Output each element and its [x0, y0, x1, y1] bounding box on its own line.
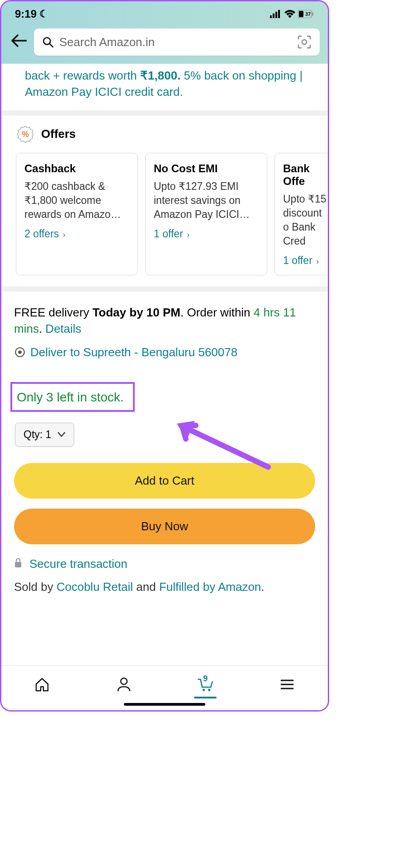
- chevron-right-icon: ›: [63, 230, 66, 239]
- status-time-group: 9:19 ☾: [15, 8, 48, 20]
- svg-point-13: [18, 350, 22, 354]
- delivery-by: Today by 10 PM: [92, 306, 180, 319]
- delivery-details-link[interactable]: Details: [45, 322, 81, 335]
- deliver-to-row[interactable]: Deliver to Supreeth - Bengaluru 560078: [14, 345, 315, 359]
- chevron-right-icon: ›: [187, 230, 189, 239]
- header: Search Amazon.in: [1, 24, 328, 64]
- add-to-cart-button[interactable]: Add to Cart: [14, 463, 315, 499]
- nav-cart[interactable]: 9: [197, 676, 214, 695]
- delivery-section: FREE delivery Today by 10 PM. Order with…: [1, 292, 328, 368]
- delivery-text: FREE delivery Today by 10 PM. Order with…: [14, 304, 315, 337]
- search-placeholder: Search Amazon.in: [59, 35, 292, 49]
- svg-point-18: [208, 689, 210, 691]
- buy-now-button[interactable]: Buy Now: [14, 509, 315, 544]
- deliver-to-text: Deliver to Supreeth - Bengaluru 560078: [30, 345, 237, 359]
- offer-card-link[interactable]: 1 offer ›: [154, 228, 259, 240]
- status-indicators: 37: [270, 10, 314, 18]
- profile-icon: [115, 676, 132, 693]
- chevron-right-icon: ›: [316, 257, 319, 266]
- cart-count: 9: [203, 674, 208, 684]
- home-indicator[interactable]: [124, 703, 205, 706]
- offer-card-title: No Cost EMI: [154, 162, 259, 175]
- offers-badge-icon: %: [16, 125, 35, 144]
- lock-icon: [14, 558, 22, 570]
- quantity-selector[interactable]: Qty: 1: [15, 423, 74, 447]
- offer-card-title: Cashback: [24, 162, 129, 175]
- svg-point-10: [302, 40, 307, 44]
- signal-icon: [270, 10, 282, 18]
- promo-amount: ₹1,800.: [140, 69, 180, 82]
- qty-label: Qty: 1: [24, 429, 51, 441]
- nav-profile[interactable]: [115, 676, 132, 695]
- nav-home[interactable]: [33, 676, 51, 695]
- offer-card-link[interactable]: 2 offers ›: [24, 228, 129, 240]
- svg-rect-0: [270, 15, 272, 18]
- seller-link[interactable]: Cocoblu Retail: [57, 580, 133, 594]
- offer-card-link[interactable]: 1 offer ›: [283, 255, 328, 267]
- offer-card-desc: Upto ₹127.93 EMI interest savings on Ama…: [154, 179, 259, 222]
- svg-text:37: 37: [305, 11, 311, 17]
- offer-card-desc: ₹200 cashback & ₹1,800 welcome rewards o…: [24, 179, 129, 222]
- svg-text:%: %: [22, 130, 29, 139]
- svg-rect-5: [299, 11, 303, 17]
- wifi-icon: [284, 10, 295, 18]
- status-bar: 9:19 ☾ 37: [1, 1, 328, 24]
- svg-marker-14: [177, 421, 195, 440]
- action-buttons: Add to Cart Buy Now: [1, 447, 328, 554]
- offer-card-emi[interactable]: No Cost EMI Upto ₹127.93 EMI interest sa…: [145, 153, 267, 275]
- battery-icon: 37: [298, 10, 314, 18]
- promo-banner[interactable]: back + rewards worth ₹1,800. 5% back on …: [1, 64, 328, 110]
- svg-point-16: [121, 678, 127, 684]
- stock-status: Only 3 left in stock.: [10, 382, 135, 412]
- back-button[interactable]: [9, 32, 28, 52]
- promo-prefix: back + rewards worth: [25, 69, 140, 82]
- offers-title: Offers: [41, 127, 76, 141]
- svg-point-17: [203, 689, 205, 691]
- offers-section: % Offers Cashback ₹200 cashback & ₹1,800…: [1, 116, 328, 286]
- offer-card-title: Bank Offe: [283, 162, 328, 188]
- svg-rect-3: [278, 10, 280, 18]
- hamburger-icon: [279, 676, 296, 693]
- search-icon: [42, 36, 54, 48]
- location-icon: [14, 346, 26, 358]
- nav-menu[interactable]: [279, 676, 296, 695]
- search-box[interactable]: Search Amazon.in: [34, 28, 320, 56]
- dnd-moon-icon: ☾: [39, 8, 48, 20]
- scan-icon[interactable]: [297, 35, 312, 49]
- svg-rect-15: [15, 562, 21, 567]
- sold-by-row: Sold by Cocoblu Retail and Fulfilled by …: [1, 580, 328, 594]
- fulfilled-link[interactable]: Fulfilled by Amazon: [159, 580, 261, 594]
- svg-rect-7: [312, 12, 313, 16]
- home-icon: [33, 676, 51, 693]
- offer-card-bank[interactable]: Bank Offe Upto ₹15 discount o Bank Cred …: [274, 153, 328, 275]
- svg-rect-2: [275, 12, 277, 18]
- divider: [1, 286, 328, 292]
- divider: [1, 110, 328, 116]
- offer-card-cashback[interactable]: Cashback ₹200 cashback & ₹1,800 welcome …: [16, 153, 138, 275]
- svg-rect-1: [273, 14, 274, 18]
- offer-card-desc: Upto ₹15 discount o Bank Cred: [283, 192, 328, 248]
- svg-line-9: [49, 43, 53, 47]
- secure-transaction-row[interactable]: Secure transaction: [1, 554, 328, 580]
- secure-text: Secure transaction: [29, 557, 128, 571]
- status-time: 9:19: [15, 8, 37, 20]
- offers-cards-row[interactable]: Cashback ₹200 cashback & ₹1,800 welcome …: [1, 153, 328, 275]
- offers-header: % Offers: [1, 125, 328, 153]
- chevron-down-icon: [57, 432, 66, 437]
- nav-active-indicator: [194, 697, 217, 698]
